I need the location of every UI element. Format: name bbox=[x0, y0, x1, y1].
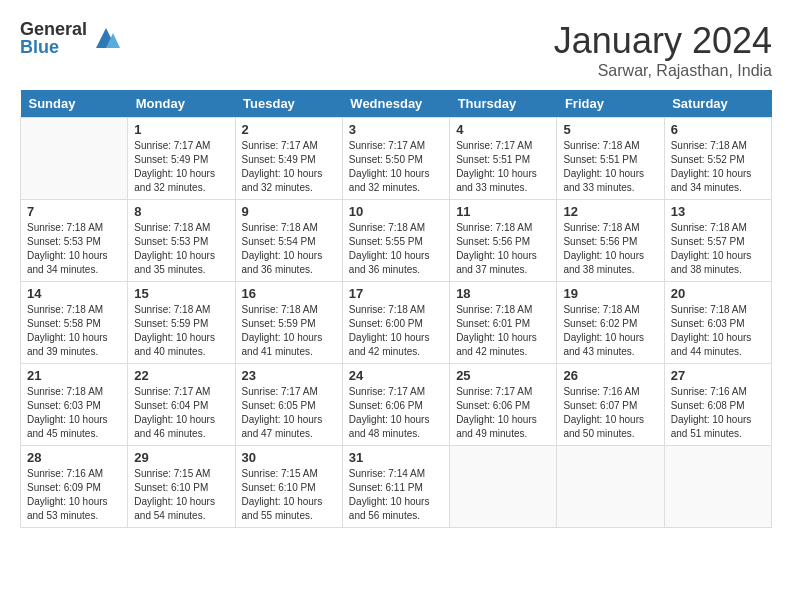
day-number: 14 bbox=[27, 286, 121, 301]
day-info: Sunrise: 7:17 AMSunset: 6:05 PMDaylight:… bbox=[242, 385, 336, 441]
day-info: Sunrise: 7:18 AMSunset: 5:58 PMDaylight:… bbox=[27, 303, 121, 359]
day-number: 2 bbox=[242, 122, 336, 137]
day-cell: 30Sunrise: 7:15 AMSunset: 6:10 PMDayligh… bbox=[235, 446, 342, 528]
day-cell: 25Sunrise: 7:17 AMSunset: 6:06 PMDayligh… bbox=[450, 364, 557, 446]
day-info: Sunrise: 7:18 AMSunset: 6:03 PMDaylight:… bbox=[27, 385, 121, 441]
day-info: Sunrise: 7:18 AMSunset: 5:59 PMDaylight:… bbox=[134, 303, 228, 359]
day-info: Sunrise: 7:18 AMSunset: 5:53 PMDaylight:… bbox=[27, 221, 121, 277]
logo-blue: Blue bbox=[20, 38, 87, 56]
day-info: Sunrise: 7:18 AMSunset: 6:01 PMDaylight:… bbox=[456, 303, 550, 359]
day-cell: 27Sunrise: 7:16 AMSunset: 6:08 PMDayligh… bbox=[664, 364, 771, 446]
day-info: Sunrise: 7:18 AMSunset: 5:52 PMDaylight:… bbox=[671, 139, 765, 195]
day-cell: 1Sunrise: 7:17 AMSunset: 5:49 PMDaylight… bbox=[128, 118, 235, 200]
day-info: Sunrise: 7:18 AMSunset: 6:03 PMDaylight:… bbox=[671, 303, 765, 359]
weekday-header-wednesday: Wednesday bbox=[342, 90, 449, 118]
day-info: Sunrise: 7:18 AMSunset: 5:54 PMDaylight:… bbox=[242, 221, 336, 277]
day-cell: 2Sunrise: 7:17 AMSunset: 5:49 PMDaylight… bbox=[235, 118, 342, 200]
day-number: 21 bbox=[27, 368, 121, 383]
day-number: 23 bbox=[242, 368, 336, 383]
day-number: 16 bbox=[242, 286, 336, 301]
day-cell: 8Sunrise: 7:18 AMSunset: 5:53 PMDaylight… bbox=[128, 200, 235, 282]
page-header: General Blue January 2024 Sarwar, Rajast… bbox=[20, 20, 772, 80]
day-cell bbox=[21, 118, 128, 200]
day-cell: 14Sunrise: 7:18 AMSunset: 5:58 PMDayligh… bbox=[21, 282, 128, 364]
day-info: Sunrise: 7:18 AMSunset: 5:56 PMDaylight:… bbox=[563, 221, 657, 277]
day-info: Sunrise: 7:18 AMSunset: 5:55 PMDaylight:… bbox=[349, 221, 443, 277]
day-cell: 29Sunrise: 7:15 AMSunset: 6:10 PMDayligh… bbox=[128, 446, 235, 528]
weekday-header-monday: Monday bbox=[128, 90, 235, 118]
day-cell: 6Sunrise: 7:18 AMSunset: 5:52 PMDaylight… bbox=[664, 118, 771, 200]
day-cell: 20Sunrise: 7:18 AMSunset: 6:03 PMDayligh… bbox=[664, 282, 771, 364]
day-cell: 5Sunrise: 7:18 AMSunset: 5:51 PMDaylight… bbox=[557, 118, 664, 200]
day-info: Sunrise: 7:17 AMSunset: 5:51 PMDaylight:… bbox=[456, 139, 550, 195]
week-row-3: 14Sunrise: 7:18 AMSunset: 5:58 PMDayligh… bbox=[21, 282, 772, 364]
day-number: 17 bbox=[349, 286, 443, 301]
day-cell: 26Sunrise: 7:16 AMSunset: 6:07 PMDayligh… bbox=[557, 364, 664, 446]
day-info: Sunrise: 7:15 AMSunset: 6:10 PMDaylight:… bbox=[134, 467, 228, 523]
day-cell: 13Sunrise: 7:18 AMSunset: 5:57 PMDayligh… bbox=[664, 200, 771, 282]
day-number: 24 bbox=[349, 368, 443, 383]
day-info: Sunrise: 7:17 AMSunset: 5:50 PMDaylight:… bbox=[349, 139, 443, 195]
week-row-2: 7Sunrise: 7:18 AMSunset: 5:53 PMDaylight… bbox=[21, 200, 772, 282]
day-cell: 22Sunrise: 7:17 AMSunset: 6:04 PMDayligh… bbox=[128, 364, 235, 446]
logo: General Blue bbox=[20, 20, 121, 56]
day-cell: 11Sunrise: 7:18 AMSunset: 5:56 PMDayligh… bbox=[450, 200, 557, 282]
day-number: 27 bbox=[671, 368, 765, 383]
day-info: Sunrise: 7:17 AMSunset: 5:49 PMDaylight:… bbox=[134, 139, 228, 195]
day-number: 29 bbox=[134, 450, 228, 465]
day-number: 31 bbox=[349, 450, 443, 465]
day-cell: 10Sunrise: 7:18 AMSunset: 5:55 PMDayligh… bbox=[342, 200, 449, 282]
day-info: Sunrise: 7:14 AMSunset: 6:11 PMDaylight:… bbox=[349, 467, 443, 523]
day-number: 25 bbox=[456, 368, 550, 383]
day-info: Sunrise: 7:18 AMSunset: 6:00 PMDaylight:… bbox=[349, 303, 443, 359]
day-info: Sunrise: 7:18 AMSunset: 5:56 PMDaylight:… bbox=[456, 221, 550, 277]
day-cell: 18Sunrise: 7:18 AMSunset: 6:01 PMDayligh… bbox=[450, 282, 557, 364]
day-info: Sunrise: 7:18 AMSunset: 6:02 PMDaylight:… bbox=[563, 303, 657, 359]
weekday-header-thursday: Thursday bbox=[450, 90, 557, 118]
day-cell: 28Sunrise: 7:16 AMSunset: 6:09 PMDayligh… bbox=[21, 446, 128, 528]
day-number: 5 bbox=[563, 122, 657, 137]
day-number: 26 bbox=[563, 368, 657, 383]
day-cell: 23Sunrise: 7:17 AMSunset: 6:05 PMDayligh… bbox=[235, 364, 342, 446]
day-number: 3 bbox=[349, 122, 443, 137]
day-cell: 15Sunrise: 7:18 AMSunset: 5:59 PMDayligh… bbox=[128, 282, 235, 364]
week-row-5: 28Sunrise: 7:16 AMSunset: 6:09 PMDayligh… bbox=[21, 446, 772, 528]
weekday-header-friday: Friday bbox=[557, 90, 664, 118]
day-number: 19 bbox=[563, 286, 657, 301]
month-title: January 2024 bbox=[554, 20, 772, 62]
day-cell: 31Sunrise: 7:14 AMSunset: 6:11 PMDayligh… bbox=[342, 446, 449, 528]
day-number: 22 bbox=[134, 368, 228, 383]
title-area: January 2024 Sarwar, Rajasthan, India bbox=[554, 20, 772, 80]
weekday-header-tuesday: Tuesday bbox=[235, 90, 342, 118]
week-row-1: 1Sunrise: 7:17 AMSunset: 5:49 PMDaylight… bbox=[21, 118, 772, 200]
day-cell: 17Sunrise: 7:18 AMSunset: 6:00 PMDayligh… bbox=[342, 282, 449, 364]
day-cell bbox=[450, 446, 557, 528]
day-number: 9 bbox=[242, 204, 336, 219]
weekday-header-row: SundayMondayTuesdayWednesdayThursdayFrid… bbox=[21, 90, 772, 118]
day-cell bbox=[557, 446, 664, 528]
day-info: Sunrise: 7:17 AMSunset: 6:04 PMDaylight:… bbox=[134, 385, 228, 441]
day-number: 6 bbox=[671, 122, 765, 137]
day-info: Sunrise: 7:18 AMSunset: 5:59 PMDaylight:… bbox=[242, 303, 336, 359]
day-number: 18 bbox=[456, 286, 550, 301]
day-number: 8 bbox=[134, 204, 228, 219]
day-number: 7 bbox=[27, 204, 121, 219]
day-number: 13 bbox=[671, 204, 765, 219]
day-info: Sunrise: 7:18 AMSunset: 5:57 PMDaylight:… bbox=[671, 221, 765, 277]
day-cell: 19Sunrise: 7:18 AMSunset: 6:02 PMDayligh… bbox=[557, 282, 664, 364]
day-number: 12 bbox=[563, 204, 657, 219]
day-cell: 21Sunrise: 7:18 AMSunset: 6:03 PMDayligh… bbox=[21, 364, 128, 446]
location-title: Sarwar, Rajasthan, India bbox=[554, 62, 772, 80]
day-number: 15 bbox=[134, 286, 228, 301]
day-number: 28 bbox=[27, 450, 121, 465]
day-info: Sunrise: 7:15 AMSunset: 6:10 PMDaylight:… bbox=[242, 467, 336, 523]
day-info: Sunrise: 7:17 AMSunset: 5:49 PMDaylight:… bbox=[242, 139, 336, 195]
day-info: Sunrise: 7:17 AMSunset: 6:06 PMDaylight:… bbox=[349, 385, 443, 441]
day-cell: 24Sunrise: 7:17 AMSunset: 6:06 PMDayligh… bbox=[342, 364, 449, 446]
day-info: Sunrise: 7:16 AMSunset: 6:08 PMDaylight:… bbox=[671, 385, 765, 441]
weekday-header-saturday: Saturday bbox=[664, 90, 771, 118]
weekday-header-sunday: Sunday bbox=[21, 90, 128, 118]
day-number: 4 bbox=[456, 122, 550, 137]
day-cell: 3Sunrise: 7:17 AMSunset: 5:50 PMDaylight… bbox=[342, 118, 449, 200]
day-number: 20 bbox=[671, 286, 765, 301]
